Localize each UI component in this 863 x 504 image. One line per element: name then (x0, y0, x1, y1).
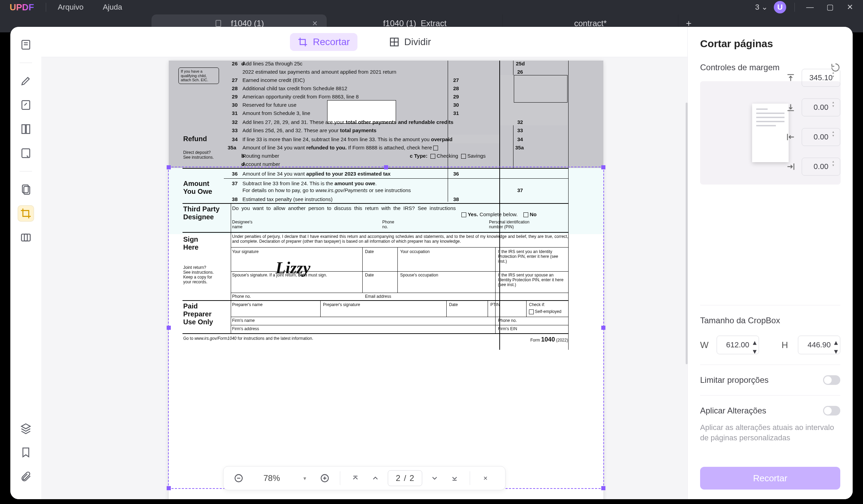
zoom-out-button[interactable] (231, 471, 246, 486)
crop-handle[interactable] (167, 326, 171, 330)
rail-bookmark-icon[interactable] (18, 444, 34, 461)
rail-reader-icon[interactable] (18, 36, 34, 53)
zoom-display: 78% (251, 473, 292, 483)
crop-rectangle[interactable] (168, 167, 604, 489)
split-mode-button[interactable]: Dividir (382, 33, 439, 51)
apply-changes-help: Aplicar as alterações atuais ao interval… (700, 422, 840, 443)
crop-label: Recortar (313, 36, 350, 48)
rail-crop-icon[interactable] (18, 205, 34, 222)
note-qualifying-child: If you have a qualifying child, attach S… (178, 67, 219, 84)
crop-handle[interactable] (601, 165, 605, 169)
line-text: 2022 estimated tax payments and amount a… (242, 69, 396, 75)
crop-panel: Cortar páginas Controles de margem 345.1… (687, 27, 853, 499)
chevron-down-icon: ⌄ (761, 3, 768, 12)
svg-rect-2 (22, 101, 30, 109)
page-input[interactable]: 2 / 2 (388, 470, 422, 486)
crop-handle[interactable] (384, 165, 388, 169)
apply-changes-label: Aplicar Alterações (700, 406, 766, 416)
constrain-label: Limitar proporções (700, 375, 769, 385)
constrain-toggle[interactable] (823, 375, 840, 385)
margin-right-input[interactable]: 0.00▴▾ (802, 158, 840, 176)
height-input[interactable]: 446.90▴▾ (798, 336, 840, 354)
rail-annotate-icon[interactable] (18, 73, 34, 89)
page-navigator: 78% ▾ 2 / 2 ✕ (223, 466, 506, 490)
margin-controls-label: Controles de margem (700, 63, 780, 72)
rail-edit-icon[interactable] (18, 97, 34, 113)
margin-top-input[interactable]: 345.10▴▾ (802, 69, 840, 87)
panel-title: Cortar páginas (700, 38, 840, 50)
margin-right-icon (786, 162, 796, 171)
app-shell: Recortar Dividir If you ha (10, 27, 853, 499)
next-page-button[interactable] (427, 471, 442, 486)
split-icon (389, 37, 399, 47)
width-input[interactable]: 612.00▴▾ (717, 336, 759, 354)
width-label: W (700, 340, 710, 350)
center-area: Recortar Dividir If you ha (41, 27, 687, 499)
window-minimize-icon[interactable]: — (803, 3, 817, 12)
zoom-dropdown-icon[interactable]: ▾ (297, 471, 312, 486)
section-refund: Refund (183, 135, 207, 143)
crop-handle[interactable] (167, 165, 171, 169)
margin-top-icon (786, 73, 796, 83)
split-label: Dividir (404, 36, 431, 48)
left-rail (10, 27, 41, 499)
app-logo: UPDF (10, 2, 34, 13)
crop-toolbar: Recortar Dividir (41, 27, 687, 57)
window-close-icon[interactable]: ✕ (843, 3, 857, 12)
last-page-button[interactable] (447, 471, 462, 486)
separator (46, 3, 46, 12)
separator (794, 3, 795, 12)
zoom-in-button[interactable] (317, 471, 332, 486)
menu-file[interactable]: Arquivo (48, 3, 93, 12)
crop-handle[interactable] (601, 486, 605, 490)
rail-ocr-icon[interactable] (18, 181, 34, 198)
open-count[interactable]: 3⌄ (755, 3, 768, 12)
line-text: Add lines 25a through 25c (242, 61, 302, 66)
window-maximize-icon[interactable]: ▢ (823, 3, 837, 12)
svg-rect-4 (26, 125, 30, 134)
svg-rect-3 (22, 125, 25, 134)
first-page-button[interactable] (348, 471, 363, 486)
close-nav-button[interactable]: ✕ (478, 471, 493, 486)
avatar[interactable]: U (774, 1, 786, 13)
crop-mode-button[interactable]: Recortar (290, 33, 357, 51)
margin-left-input[interactable]: 0.00▴▾ (802, 128, 840, 146)
margin-left-icon (786, 132, 796, 142)
svg-rect-0 (216, 20, 221, 27)
prev-page-button[interactable] (368, 471, 383, 486)
svg-rect-5 (22, 149, 30, 158)
rail-attachment-icon[interactable] (18, 468, 34, 485)
apply-changes-toggle[interactable] (823, 406, 840, 416)
page-canvas[interactable]: If you have a qualifying child, attach S… (41, 57, 687, 499)
rail-pages-icon[interactable] (18, 121, 34, 137)
preview-page-icon (752, 104, 789, 162)
crop-icon (298, 37, 308, 47)
rail-layers-icon[interactable] (18, 420, 34, 437)
margin-bottom-icon (786, 103, 796, 112)
crop-handle[interactable] (167, 486, 171, 490)
tab-close-icon[interactable]: ✕ (312, 19, 318, 28)
menu-help[interactable]: Ajuda (93, 3, 132, 12)
cropbox-size-label: Tamanho da CropBox (700, 316, 840, 325)
rail-form-icon[interactable] (18, 145, 34, 161)
apply-crop-button[interactable]: Recortar (700, 467, 840, 490)
margin-bottom-input[interactable]: 0.00▴▾ (802, 98, 840, 116)
rail-compare-icon[interactable] (18, 229, 34, 246)
scrollbar[interactable] (686, 103, 688, 364)
crop-handle[interactable] (601, 326, 605, 330)
title-bar: UPDF Arquivo Ajuda 3⌄ U — ▢ ✕ (0, 0, 863, 14)
direct-deposit-note: Direct deposit? See instructions. (183, 150, 214, 160)
document-icon (214, 19, 222, 28)
height-label: H (781, 340, 792, 350)
